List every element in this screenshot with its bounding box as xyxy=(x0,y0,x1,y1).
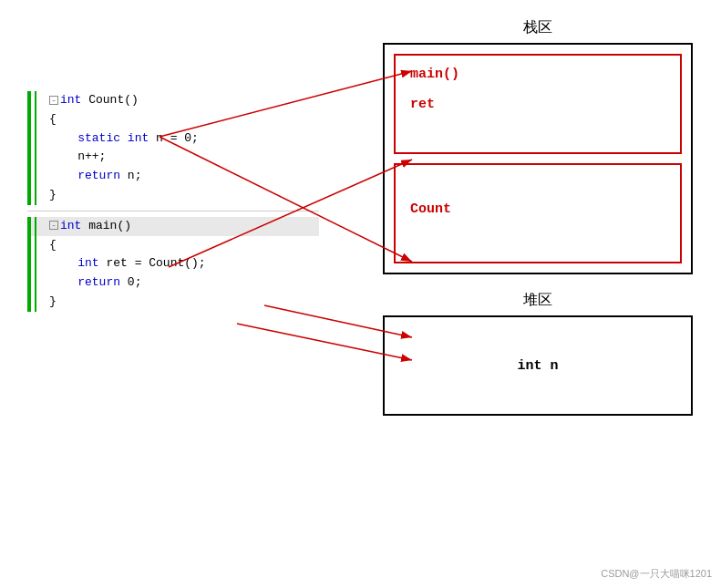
code-line-main-4: return 0; xyxy=(49,273,319,293)
count-stack-box: Count xyxy=(394,163,682,263)
minus-icon-main: - xyxy=(49,221,58,230)
code-line-main-2: { xyxy=(49,236,319,255)
code-line-main-3: int ret = Count(); xyxy=(49,254,319,273)
minus-icon: - xyxy=(49,96,58,105)
code-line-main-5: } xyxy=(49,293,319,312)
diagram-area: 栈区 main() ret Count 堆区 int n xyxy=(383,18,693,416)
separator xyxy=(27,211,319,211)
stack-title: 栈区 xyxy=(383,18,693,37)
code-line-4: n++; xyxy=(49,148,319,167)
green-bar-thin-count xyxy=(35,91,36,205)
code-panel: -int Count() { static int n = 0; n++; re… xyxy=(27,91,319,312)
green-bar-count xyxy=(27,91,31,205)
code-line-1: -int Count() xyxy=(49,91,319,110)
main-stack-box: main() ret xyxy=(394,54,682,154)
code-line-3: static int n = 0; xyxy=(49,129,319,149)
code-line-6: } xyxy=(49,186,319,205)
heap-outer-box: int n xyxy=(383,315,693,416)
count-function-block: -int Count() { static int n = 0; n++; re… xyxy=(27,91,319,205)
watermark: CSDN@一只大喵咪1201 xyxy=(601,567,712,581)
code-line-main-1: -int main() xyxy=(31,217,319,236)
count-box-label: Count xyxy=(410,201,451,217)
stack-outer-box: main() ret Count xyxy=(383,43,693,274)
code-line-2: { xyxy=(49,110,319,129)
main-function-block: -int main() { int ret = Count(); return … xyxy=(27,217,319,312)
code-line-5: return n; xyxy=(49,167,319,186)
main-box-label-line2: ret xyxy=(410,97,435,112)
heap-box-label: int n xyxy=(517,358,558,374)
heap-title: 堆区 xyxy=(383,291,693,310)
green-bar-thin-main xyxy=(35,217,36,312)
green-bar-main xyxy=(27,217,31,312)
main-box-label-line1: main() xyxy=(410,67,459,82)
